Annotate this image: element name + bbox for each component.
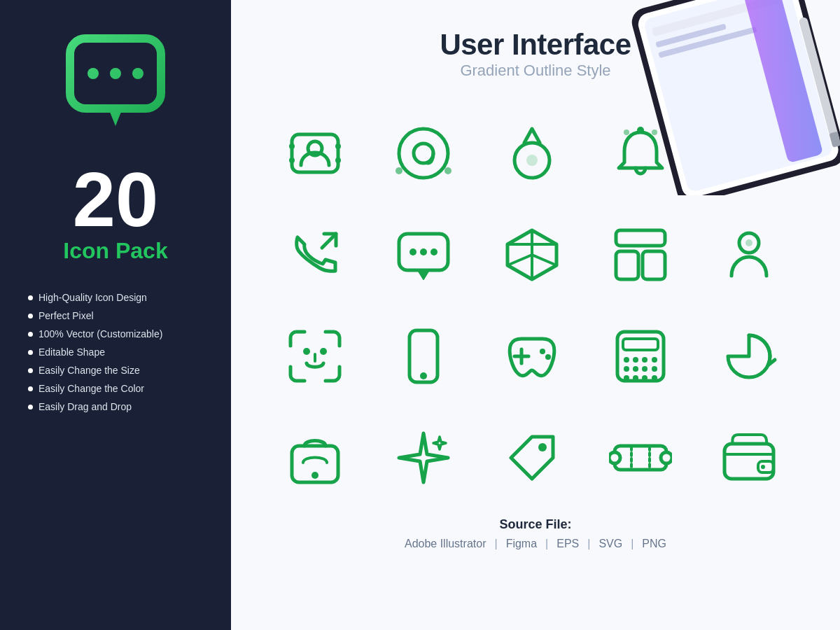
svg-point-47 (746, 239, 752, 246)
medal-icon (486, 108, 578, 199)
format-eps: EPS (556, 538, 579, 550)
feature-item: High-Quality Icon Design (28, 292, 210, 303)
svg-line-74 (514, 458, 539, 482)
feature-item: Editable Shape (28, 346, 210, 358)
svg-point-52 (420, 372, 427, 379)
svg-point-65 (642, 366, 648, 372)
svg-rect-75 (615, 446, 666, 470)
svg-point-20 (399, 129, 448, 178)
svg-rect-58 (623, 339, 658, 350)
format-illustrator: Adobe Illustrator (405, 538, 486, 550)
svg-point-72 (312, 472, 318, 479)
svg-point-66 (652, 366, 657, 372)
svg-point-69 (642, 375, 648, 381)
chat-bubble-icon (378, 209, 469, 300)
pie-chart-icon (704, 311, 794, 402)
format-svg: SVG (598, 538, 622, 550)
svg-point-22 (396, 167, 402, 174)
feature-item: Easily Change the Color (28, 383, 210, 394)
bullet-icon (28, 368, 33, 373)
svg-point-59 (624, 357, 629, 363)
svg-point-25 (526, 155, 538, 166)
svg-rect-83 (758, 461, 774, 472)
bullet-icon (28, 405, 33, 410)
svg-marker-4 (108, 108, 122, 126)
main-title: User Interface (440, 28, 631, 62)
svg-point-1 (88, 68, 99, 79)
svg-rect-43 (616, 230, 665, 246)
layout-grid-icon (595, 209, 686, 300)
incoming-call-icon (270, 209, 360, 300)
wallet-icon (704, 412, 794, 503)
format-figma: Figma (506, 538, 537, 550)
svg-point-37 (430, 248, 438, 255)
feature-item: 100% Vector (Customizable) (28, 328, 210, 340)
source-section: Source File: Adobe Illustrator | Figma |… (405, 517, 666, 550)
svg-point-18 (335, 144, 341, 149)
svg-point-60 (633, 357, 638, 363)
contact-card-icon (270, 108, 360, 199)
svg-rect-44 (616, 251, 638, 279)
svg-point-16 (289, 144, 295, 149)
svg-point-84 (761, 465, 765, 469)
separator-4: | (631, 538, 634, 550)
svg-line-41 (507, 255, 532, 265)
svg-line-42 (532, 255, 556, 265)
svg-point-3 (132, 68, 144, 79)
svg-point-56 (545, 354, 551, 360)
svg-point-17 (289, 158, 295, 163)
svg-point-73 (538, 443, 547, 451)
feature-item: Easily Drag and Drop (28, 401, 210, 412)
pack-label: Icon Pack (63, 238, 167, 264)
calculator-icon (595, 311, 686, 402)
title-section: User Interface Gradient Outline Style (440, 28, 631, 80)
svg-point-19 (335, 158, 341, 163)
separator-3: | (587, 538, 590, 550)
gamepad-icon (486, 311, 578, 402)
svg-point-67 (624, 375, 629, 381)
sparkle-icon (378, 412, 469, 503)
main-subtitle: Gradient Outline Style (440, 62, 631, 80)
feature-item: Easily Change the Size (28, 365, 210, 376)
bullet-icon (28, 295, 33, 300)
svg-point-62 (652, 357, 657, 363)
source-label: Source File: (405, 517, 666, 532)
svg-point-35 (410, 248, 416, 255)
at-sign-icon (378, 108, 469, 199)
icon-count: 20 (73, 161, 158, 238)
3d-box-icon (486, 209, 578, 300)
svg-rect-45 (643, 251, 665, 279)
svg-point-70 (652, 375, 657, 381)
svg-point-68 (633, 375, 638, 381)
ticket-icon (595, 412, 686, 503)
feature-item: Perfect Pixel (28, 310, 210, 321)
bullet-icon (28, 350, 33, 355)
sidebar: 20 Icon Pack High-Quality Icon DesignPer… (0, 0, 231, 630)
svg-point-49 (320, 348, 327, 355)
svg-point-2 (110, 68, 121, 79)
features-list: High-Quality Icon DesignPerfect Pixel100… (21, 292, 210, 419)
format-png: PNG (642, 538, 666, 550)
tablet-mockup (623, 0, 840, 195)
bullet-icon (28, 314, 33, 318)
separator-2: | (545, 538, 548, 550)
svg-point-48 (303, 348, 310, 355)
svg-point-55 (540, 349, 545, 354)
price-tag-icon (486, 412, 578, 503)
mobile-phone-icon (378, 311, 469, 402)
svg-point-63 (624, 366, 629, 372)
location-person-icon (704, 209, 794, 300)
source-formats: Adobe Illustrator | Figma | EPS | SVG | … (405, 538, 666, 550)
svg-point-64 (633, 366, 638, 372)
main-content: User Interface Gradient Outline Style (231, 0, 840, 630)
chat-icon (59, 28, 172, 140)
separator-1: | (494, 538, 497, 550)
bullet-icon (28, 332, 33, 337)
shop-bag-icon (270, 412, 360, 503)
svg-point-36 (420, 248, 427, 255)
face-id-icon (270, 311, 360, 402)
bullet-icon (28, 386, 33, 391)
svg-point-61 (642, 357, 648, 363)
svg-point-23 (444, 167, 451, 174)
